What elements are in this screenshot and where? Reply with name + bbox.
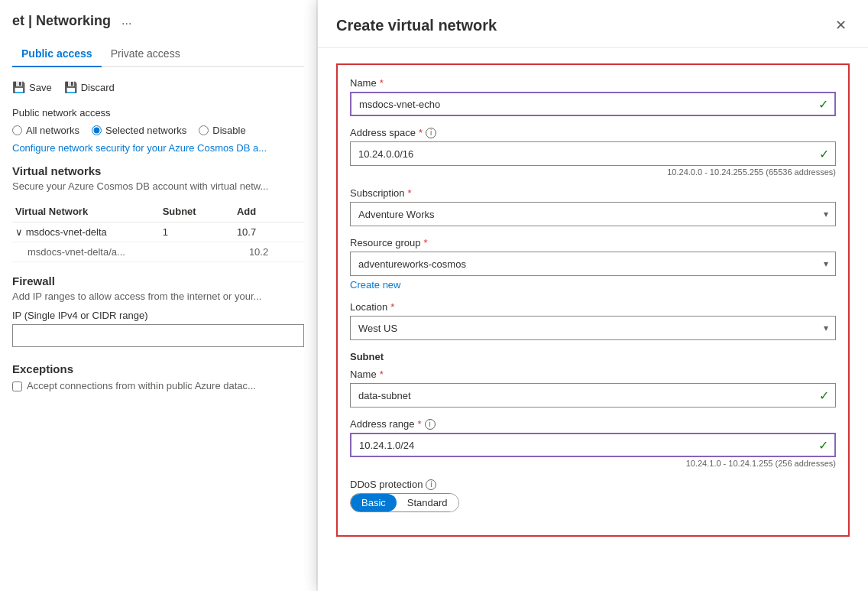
close-button[interactable]: ✕	[832, 15, 850, 35]
panel-title: Create virtual network	[336, 17, 497, 34]
name-input-wrap: ✓	[350, 92, 836, 116]
page-title: et | Networking	[12, 13, 111, 29]
exception-label: Accept connections from within public Az…	[27, 380, 256, 391]
subnet-name-required: *	[380, 369, 384, 380]
resource-group-select[interactable]: adventureworks-cosmos	[350, 252, 836, 276]
name-field-group: Name * ✓	[350, 77, 836, 116]
resource-group-required: *	[424, 237, 428, 248]
address-range-input-box: ✓	[350, 433, 836, 457]
address-range-required: *	[418, 418, 422, 430]
tabs: Public access Private access	[12, 41, 304, 67]
location-field-group: Location * West US ▾	[350, 301, 836, 340]
address-range-info-icon[interactable]: i	[425, 419, 436, 430]
name-check-icon: ✓	[818, 97, 828, 112]
address-space-info-icon[interactable]: i	[426, 128, 436, 138]
th-address: Add	[234, 201, 304, 222]
name-label: Name *	[350, 77, 836, 89]
vnet-section-desc: Secure your Azure Cosmos DB account with…	[12, 180, 304, 192]
panel-body: Name * ✓ Address space * i	[318, 48, 868, 591]
subnet-name-input[interactable]	[358, 390, 828, 401]
network-access-radio-group: All networks Selected networks Disable	[12, 125, 304, 136]
radio-selected-networks[interactable]: Selected networks	[92, 125, 186, 136]
subnet-name-input-wrap: ✓	[350, 383, 836, 408]
subscription-field-group: Subscription * Adventure Works ▾	[350, 187, 836, 226]
name-input[interactable]	[359, 99, 827, 110]
expand-icon[interactable]: ∨	[15, 226, 26, 238]
ddos-label: DDoS protection i	[350, 479, 836, 490]
address-range-input-wrap: ✓	[350, 433, 836, 457]
resource-group-field-group: Resource group * adventureworks-cosmos ▾…	[350, 237, 836, 291]
location-select-wrap: West US ▾	[350, 316, 836, 340]
ip-input[interactable]	[12, 324, 304, 347]
subnet-subnet-cell	[160, 242, 234, 262]
ddos-field-group: DDoS protection i Basic Standard	[350, 479, 836, 512]
subnet-address-cell: 10.2	[234, 242, 304, 262]
panel-header: Create virtual network ✕	[318, 0, 868, 48]
address-space-check-icon: ✓	[819, 147, 829, 161]
subscription-label: Subscription *	[350, 187, 836, 199]
vnet-section-title: Virtual networks	[12, 164, 304, 177]
ddos-toggle: Basic Standard	[350, 493, 459, 512]
save-button[interactable]: 💾 Save	[12, 78, 52, 96]
address-space-input-wrap: ✓	[350, 141, 836, 166]
address-space-required: *	[419, 127, 423, 138]
address-range-check-icon: ✓	[818, 438, 828, 453]
save-icon: 💾	[12, 81, 25, 93]
vnet-address-cell: 10.7	[234, 222, 304, 242]
firewall-section: Firewall Add IP ranges to allow access f…	[12, 274, 304, 355]
address-space-input[interactable]	[358, 148, 828, 160]
vnet-table: Virtual Network Subnet Add ∨ msdocs-vnet…	[12, 201, 304, 262]
address-range-input[interactable]	[359, 440, 827, 451]
exception-checkbox-item[interactable]: Accept connections from within public Az…	[12, 380, 304, 391]
subnet-name-input-box: ✓	[350, 383, 836, 408]
exceptions-title: Exceptions	[12, 362, 304, 375]
resource-group-select-wrap: adventureworks-cosmos ▾	[350, 252, 836, 276]
save-label: Save	[29, 82, 52, 93]
vnet-subnet-cell: 1	[160, 222, 234, 242]
subscription-select[interactable]: Adventure Works	[350, 202, 836, 226]
ellipsis-button[interactable]: ...	[117, 12, 136, 29]
discard-button[interactable]: 💾 Discard	[64, 78, 115, 96]
address-space-field-group: Address space * i ✓ 10.24.0.0 - 10.24.25…	[350, 127, 836, 177]
ddos-info-icon[interactable]: i	[426, 479, 436, 490]
address-range-hint: 10.24.1.0 - 10.24.1.255 (256 addresses)	[350, 459, 836, 468]
firewall-desc: Add IP ranges to allow access from the i…	[12, 291, 304, 302]
firewall-title: Firewall	[12, 274, 304, 287]
vnet-name-cell: ∨ msdocs-vnet-delta	[12, 222, 160, 242]
table-row: msdocs-vnet-delta/a... 10.2	[12, 242, 304, 262]
ddos-basic-option[interactable]: Basic	[351, 494, 397, 511]
address-range-label: Address range * i	[350, 418, 836, 430]
toolbar: 💾 Save 💾 Discard	[12, 78, 304, 96]
create-new-link[interactable]: Create new	[350, 279, 400, 291]
create-vnet-panel: Create virtual network ✕ Name * ✓	[318, 0, 868, 591]
location-select[interactable]: West US	[350, 316, 836, 340]
exception-checkbox[interactable]	[12, 382, 22, 391]
name-input-box: ✓	[350, 92, 836, 116]
address-space-hint: 10.24.0.0 - 10.24.255.255 (65536 address…	[350, 167, 836, 177]
th-virtual-network: Virtual Network	[12, 201, 160, 222]
subnet-name-cell: msdocs-vnet-delta/a...	[12, 242, 160, 262]
discard-icon: 💾	[64, 81, 77, 93]
radio-all-networks[interactable]: All networks	[12, 125, 79, 136]
discard-label: Discard	[81, 82, 115, 93]
location-label: Location *	[350, 301, 836, 313]
subnet-name-field-group: Name * ✓	[350, 369, 836, 408]
tab-public-access[interactable]: Public access	[12, 41, 102, 67]
configure-network-link[interactable]: Configure network security for your Azur…	[12, 142, 304, 154]
tab-private-access[interactable]: Private access	[102, 41, 189, 67]
form-box: Name * ✓ Address space * i	[336, 63, 850, 537]
resource-group-label: Resource group *	[350, 237, 836, 248]
ddos-standard-option[interactable]: Standard	[397, 494, 458, 511]
subscription-required: *	[408, 187, 412, 199]
radio-disable[interactable]: Disable	[199, 125, 245, 136]
subnet-section-title: Subnet	[350, 351, 836, 362]
table-row: ∨ msdocs-vnet-delta 1 10.7	[12, 222, 304, 242]
subscription-select-wrap: Adventure Works ▾	[350, 202, 836, 226]
location-required: *	[390, 301, 394, 313]
address-range-field-group: Address range * i ✓ 10.24.1.0 - 10.24.1.…	[350, 418, 836, 468]
ddos-toggle-group: Basic Standard	[350, 493, 836, 512]
subnet-name-label: Name *	[350, 369, 836, 380]
ip-label: IP (Single IPv4 or CIDR range)	[12, 310, 304, 321]
left-panel: et | Networking ... Public access Privat…	[0, 0, 317, 591]
address-space-label: Address space * i	[350, 127, 836, 138]
